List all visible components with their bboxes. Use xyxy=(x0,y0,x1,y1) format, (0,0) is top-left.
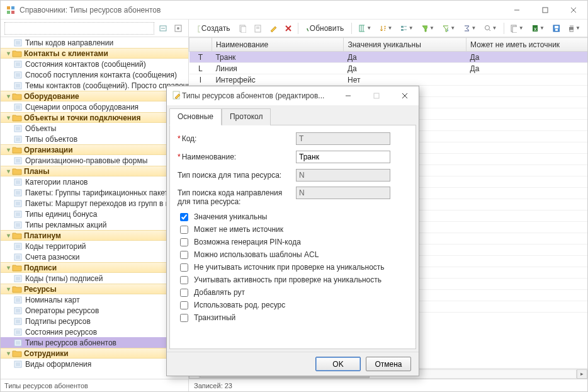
sort-icon[interactable]: ▼ xyxy=(376,21,395,35)
tree-search-input[interactable] xyxy=(4,22,154,35)
tree-item-label: Способ поступления контакта (сообщения) xyxy=(25,71,177,79)
tree-item[interactable]: Коды (типы) подписей xyxy=(1,273,188,284)
grid-column-header[interactable]: Наименование xyxy=(212,38,344,52)
create-button[interactable]: Создать xyxy=(193,21,234,35)
tree-item[interactable]: Типы объектов xyxy=(1,134,188,144)
tree-item-label: Типы единиц бонуса xyxy=(25,210,97,219)
checkbox-input[interactable] xyxy=(180,301,188,309)
tree-item[interactable]: Операторы ресурсов xyxy=(1,305,188,316)
expander-icon: ▾ xyxy=(4,232,12,239)
grid-cell: Да xyxy=(466,52,587,63)
checkbox-row: Добавлять рут xyxy=(178,286,408,299)
sigma-icon[interactable]: ▼ xyxy=(460,21,479,35)
grid-cell xyxy=(466,279,587,290)
search-type-input[interactable] xyxy=(296,169,390,182)
grid-column-header[interactable]: Значения уникальны xyxy=(344,38,466,52)
table-row[interactable]: IИнтерфейсНетНетНетНетНетНетНет xyxy=(189,74,588,86)
dialog-tab[interactable]: Протокол xyxy=(222,108,271,125)
tree-folder[interactable]: ▾Объекты и точки подключения xyxy=(1,112,188,123)
tree-item[interactable]: Способ поступления контакта (сообщения) xyxy=(1,69,188,80)
dialog-close-button[interactable] xyxy=(390,87,419,105)
edit-doc-icon[interactable] xyxy=(251,21,264,35)
tree-item[interactable]: Коды территорий xyxy=(1,241,188,251)
checkbox-input[interactable] xyxy=(180,289,188,297)
tree-item[interactable]: Типы ресурсов абонентов xyxy=(1,337,188,348)
left-toolbar xyxy=(1,20,188,37)
refresh-button[interactable]: Обновить xyxy=(302,21,348,35)
tree-folder[interactable]: ▾Организации xyxy=(1,144,188,155)
tree-folder-label: Сотрудники xyxy=(24,349,69,358)
svg-rect-1 xyxy=(11,6,14,9)
tree-item[interactable]: Объекты xyxy=(1,123,188,134)
tree-folder[interactable]: ▾Ресурсы xyxy=(1,284,188,294)
filter-icon[interactable]: ▼ xyxy=(418,21,438,35)
tree-folder[interactable]: ▾Оборудование xyxy=(1,91,188,101)
nav-tree[interactable]: Типы кодов направлении▾Контакты с клиент… xyxy=(1,37,188,379)
checkbox-input[interactable] xyxy=(180,251,188,259)
tree-item-label: Виды оформления xyxy=(25,360,91,369)
tree-collapse-icon[interactable] xyxy=(157,22,169,35)
copy-icon[interactable] xyxy=(235,21,249,35)
code-input[interactable] xyxy=(296,132,390,145)
tree-folder-label: Подписи xyxy=(24,263,57,272)
checkbox-input[interactable] xyxy=(180,314,188,322)
columns-icon[interactable]: ▼ xyxy=(355,21,375,35)
tree-item-label: Операторы ресурсов xyxy=(25,306,99,315)
group-icon[interactable]: ▼ xyxy=(397,21,416,35)
cancel-button[interactable]: Отмена xyxy=(366,357,411,371)
tree-folder[interactable]: ▾Подписи xyxy=(1,262,188,273)
tree-folder[interactable]: ▾Планы xyxy=(1,166,188,176)
tree-item[interactable]: Типы кодов направлении xyxy=(1,37,188,48)
search-code-input[interactable] xyxy=(296,187,390,199)
grid-cell: Интерфейс xyxy=(212,74,344,86)
find-icon[interactable]: ▼ xyxy=(480,21,500,35)
tree-item[interactable]: Организационно-правовые формы xyxy=(1,155,188,166)
checkbox-input[interactable] xyxy=(180,263,188,272)
tree-folder[interactable]: ▾Сотрудники xyxy=(1,348,188,359)
delete-icon[interactable] xyxy=(281,21,295,35)
table-row[interactable]: TТранкДаДаНетНетНетНетНетНет xyxy=(189,52,588,63)
print-icon[interactable]: ▼ xyxy=(564,21,584,35)
minimize-button[interactable] xyxy=(502,1,531,19)
name-input[interactable] xyxy=(296,151,390,163)
tree-item[interactable]: Состояния контактов (сообщений) xyxy=(1,59,188,69)
tree-item[interactable]: Виды оформления xyxy=(1,359,188,369)
tree-folder[interactable]: ▾Контакты с клиентами xyxy=(1,48,188,59)
grid-cell xyxy=(466,199,587,210)
save-icon[interactable] xyxy=(549,21,563,35)
filter2-icon[interactable]: ▼ xyxy=(439,21,458,35)
close-button[interactable] xyxy=(559,1,587,19)
export-copy-icon[interactable]: ▼ xyxy=(507,21,526,35)
edit-pencil-icon[interactable] xyxy=(266,21,280,35)
grid-mark-header[interactable] xyxy=(189,38,212,52)
tree-item[interactable]: Типы единиц бонуса xyxy=(1,209,188,219)
scroll-right-arrow[interactable]: ▸ xyxy=(577,369,587,379)
tree-item[interactable]: Пакеты: Группы тарификационных пакетов xyxy=(1,187,188,198)
svg-point-120 xyxy=(448,29,448,32)
tree-item[interactable]: Сценарии опроса оборудования xyxy=(1,101,188,112)
checkbox-input[interactable] xyxy=(180,226,188,234)
tree-item[interactable]: Номиналы карт xyxy=(1,294,188,305)
export-excel-icon[interactable]: x▼ xyxy=(528,21,548,35)
checkbox-input[interactable] xyxy=(180,276,188,284)
tree-folder[interactable]: ▾Платинум xyxy=(1,230,188,241)
ok-button[interactable]: OK xyxy=(315,357,361,371)
grid-column-header[interactable]: Может не иметь источник xyxy=(466,38,587,52)
tree-options-icon[interactable] xyxy=(172,22,184,35)
grid-mark-cell: I xyxy=(189,74,212,86)
tree-item[interactable]: Типы рекламных акций xyxy=(1,219,188,230)
tree-item[interactable]: Счета разноски xyxy=(1,251,188,262)
tree-item[interactable]: Пакеты: Маршрут переходов из групп в гру… xyxy=(1,198,188,209)
checkbox-input[interactable] xyxy=(180,238,188,246)
tree-item[interactable]: Темы контактов (сообщений). Просто справ… xyxy=(1,80,188,91)
tree-item-label: Типы рекламных акций xyxy=(25,221,106,229)
tree-item[interactable]: Состояния ресурсов xyxy=(1,326,188,337)
tree-item-label: Состояния контактов (сообщений) xyxy=(25,60,146,69)
checkbox-input[interactable] xyxy=(180,213,188,221)
table-row[interactable]: LЛинияДаДаНетНетНетНетНетНет xyxy=(189,63,588,74)
maximize-button[interactable] xyxy=(531,1,559,19)
tree-item[interactable]: Категории планов xyxy=(1,176,188,187)
tree-item[interactable]: Подтипы ресурсов xyxy=(1,316,188,326)
dialog-tab[interactable]: Основные xyxy=(169,108,222,125)
dialog-minimize-button[interactable] xyxy=(334,87,362,105)
